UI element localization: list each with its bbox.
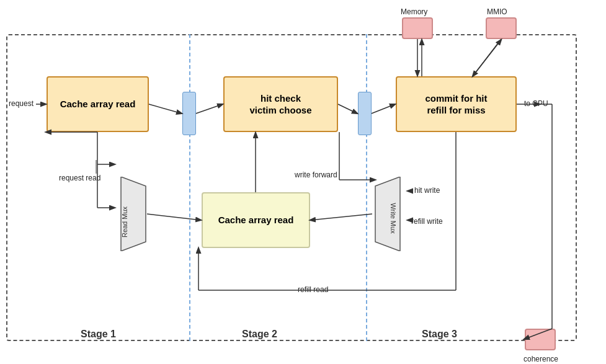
request-read-label: request read [59,174,100,182]
hit-write-label: hit write [414,186,440,195]
read-mux: Read Mux [115,177,149,251]
memory-box [402,17,433,39]
mmio-box [486,17,517,39]
coherence-label: coherence [524,355,558,363]
write-mux-shape: Write Mux [372,177,406,251]
read-mux-shape: Read Mux [115,177,149,251]
stage2-separator [366,34,367,341]
request-label: request [9,99,33,108]
stage1-label: Stage 1 [81,329,116,340]
stage2-label: Stage 2 [242,329,277,340]
stage1-separator [189,34,190,341]
diagram: Cache array read hit checkvictim choose … [0,0,606,364]
cache-array-read-box: Cache array read [47,76,149,132]
to-cpu-label: to CPU [524,99,548,108]
hit-check-box: hit checkvictim choose [223,76,338,132]
svg-text:Write Mux: Write Mux [390,203,397,234]
memory-label: Memory [401,7,427,16]
mmio-label: MMIO [487,7,507,16]
commit-for-hit-box: commit for hitrefill for miss [396,76,517,132]
cache-array-read-bot-box: Cache array read [202,192,310,248]
coherence-box [525,329,556,350]
write-forward-label: write forward [295,171,337,179]
stage3-label: Stage 3 [422,329,457,340]
stage-buf-1 [182,92,196,135]
write-mux: Write Mux [372,177,406,251]
refill-write-label: refill write [411,217,443,226]
svg-text:Read Mux: Read Mux [121,206,128,237]
refill-read-label: refill read [298,285,328,294]
stage-buf-2 [358,92,372,135]
